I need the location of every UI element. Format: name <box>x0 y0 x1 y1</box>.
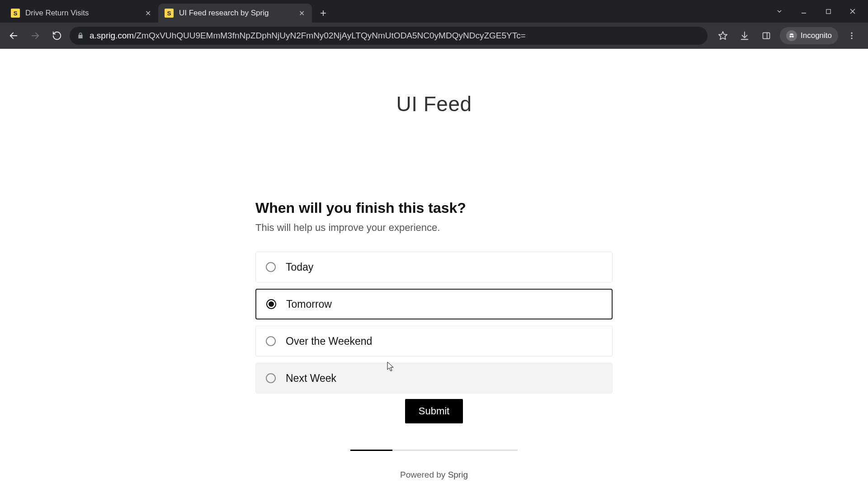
new-tab-button[interactable]: + <box>316 5 331 21</box>
chevron-down-icon[interactable] <box>769 2 790 20</box>
option-next-week[interactable]: Next Week <box>255 363 613 394</box>
maximize-button[interactable] <box>817 2 839 20</box>
lock-icon <box>77 32 84 39</box>
svg-point-12 <box>792 36 794 38</box>
forward-button[interactable] <box>26 27 44 45</box>
url-text: a.sprig.com/ZmQxVUhQUU9EMmM3fnNpZDphNjUy… <box>90 31 526 41</box>
brand-title: UI Feed <box>396 92 472 116</box>
incognito-label: Incognito <box>801 31 832 40</box>
svg-rect-1 <box>826 9 830 13</box>
powered-prefix: Powered by <box>400 470 448 479</box>
option-over-the-weekend[interactable]: Over the Weekend <box>255 326 613 357</box>
browser-tab-0[interactable]: S Drive Return Visits ✕ <box>5 4 158 23</box>
svg-point-15 <box>851 35 852 36</box>
address-bar[interactable]: a.sprig.com/ZmQxVUhQUU9EMmM3fnNpZDphNjUy… <box>70 27 708 45</box>
option-tomorrow[interactable]: Tomorrow <box>255 289 613 319</box>
submit-row: Submit <box>255 399 613 423</box>
survey-card: When will you finish this task? This wil… <box>255 200 613 480</box>
page-content: UI Feed When will you finish this task? … <box>0 49 868 480</box>
option-today[interactable]: Today <box>255 252 613 282</box>
radio-icon <box>266 299 276 309</box>
svg-point-14 <box>851 33 852 34</box>
favicon-icon: S <box>165 9 174 18</box>
tab-title: Drive Return Visits <box>25 9 138 18</box>
option-label: Today <box>286 261 313 273</box>
progress-bar <box>350 450 518 451</box>
powered-brand: Sprig <box>448 470 468 479</box>
close-icon[interactable]: ✕ <box>144 9 152 17</box>
tab-title: UI Feed research by Sprig <box>179 9 292 18</box>
minimize-button[interactable] <box>793 2 815 20</box>
progress-fill <box>350 450 392 451</box>
favicon-icon: S <box>11 9 20 18</box>
option-label: Tomorrow <box>286 298 332 310</box>
option-label: Next Week <box>286 372 336 385</box>
svg-rect-13 <box>791 36 792 37</box>
incognito-icon <box>786 30 797 41</box>
close-window-button[interactable] <box>842 2 863 20</box>
options-list: Today Tomorrow Over the Weekend Next Wee… <box>255 252 613 394</box>
question-helper: This will help us improve your experienc… <box>255 222 613 234</box>
submit-button[interactable]: Submit <box>405 399 463 423</box>
radio-icon <box>266 373 276 383</box>
radio-icon <box>266 336 276 346</box>
downloads-icon[interactable] <box>736 28 753 44</box>
back-button[interactable] <box>5 27 23 45</box>
star-icon[interactable] <box>715 28 731 44</box>
reload-button[interactable] <box>48 27 66 45</box>
option-label: Over the Weekend <box>286 335 372 347</box>
side-panel-icon[interactable] <box>758 28 774 44</box>
svg-marker-6 <box>719 32 727 39</box>
close-icon[interactable]: ✕ <box>297 9 306 17</box>
incognito-chip[interactable]: Incognito <box>780 27 838 44</box>
radio-icon <box>266 262 276 272</box>
svg-rect-9 <box>763 33 770 38</box>
powered-by: Powered by Sprig <box>255 470 613 480</box>
tab-bar: S Drive Return Visits ✕ S UI Feed resear… <box>0 0 868 23</box>
window-controls <box>769 0 868 23</box>
kebab-menu-icon[interactable] <box>844 28 860 44</box>
toolbar-right: Incognito <box>711 27 863 44</box>
browser-chrome: S Drive Return Visits ✕ S UI Feed resear… <box>0 0 868 49</box>
svg-point-16 <box>851 38 852 39</box>
browser-toolbar: a.sprig.com/ZmQxVUhQUU9EMmM3fnNpZDphNjUy… <box>0 23 868 49</box>
question-heading: When will you finish this task? <box>255 200 613 216</box>
svg-point-11 <box>789 36 791 38</box>
browser-tab-1[interactable]: S UI Feed research by Sprig ✕ <box>158 4 312 23</box>
